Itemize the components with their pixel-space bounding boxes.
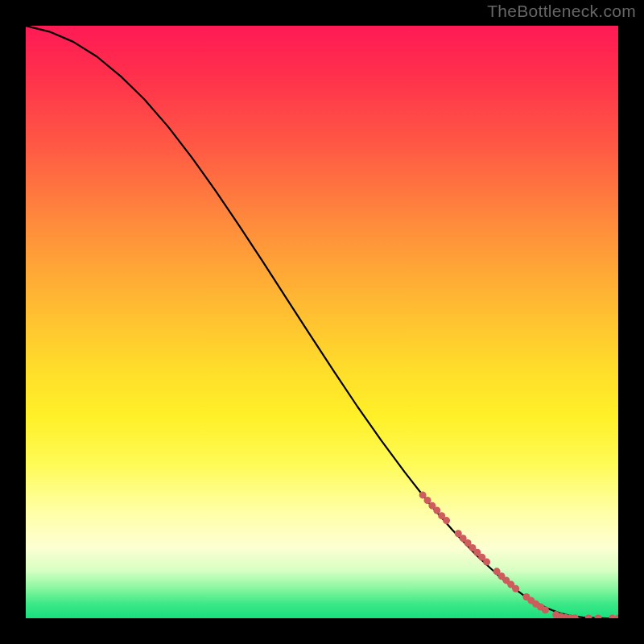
data-marker <box>542 606 549 613</box>
data-marker <box>615 615 619 619</box>
data-marker <box>585 615 592 619</box>
data-marker <box>483 559 490 566</box>
data-marker <box>594 615 601 619</box>
data-markers <box>419 491 618 618</box>
chart-overlay-svg <box>26 26 618 618</box>
watermark-text: TheBottleneck.com <box>487 2 636 21</box>
data-marker <box>512 585 519 592</box>
plot-area <box>26 26 618 618</box>
chart-stage: TheBottleneck.com <box>0 0 644 644</box>
data-marker <box>443 517 450 524</box>
curve-line <box>26 26 618 618</box>
